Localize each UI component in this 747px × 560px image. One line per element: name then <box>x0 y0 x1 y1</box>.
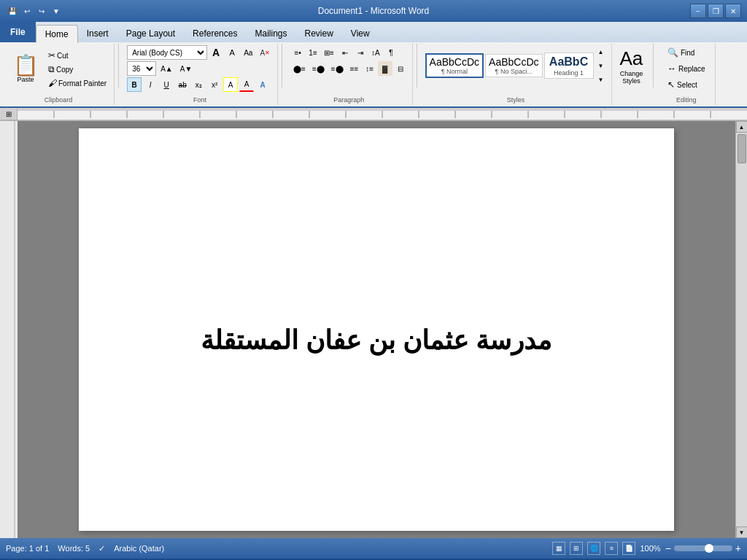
bold-button[interactable]: B <box>127 77 142 92</box>
change-styles-icon: Aa <box>620 47 643 70</box>
style-normal-label: ¶ Normal <box>441 68 468 75</box>
paste-label: Paste <box>17 76 34 83</box>
font-shrink-btn[interactable]: A <box>225 45 239 60</box>
minimize-button[interactable]: − <box>690 4 706 18</box>
font-name-select[interactable]: Arial (Body CS) <box>127 45 207 60</box>
styles-scroll-down[interactable]: ▼ <box>595 59 607 72</box>
copy-icon: ⧉ <box>48 64 55 74</box>
zoom-plus-button[interactable]: + <box>735 542 741 554</box>
separator-4 <box>653 44 654 88</box>
draft-btn[interactable]: 📄 <box>622 542 635 555</box>
paragraph-group: ≡• 1≡ ⊞≡ ⇤ ⇥ ↕A ¶ ⬤≡ ≡⬤ ≡⬤ ≡≡ ↕≡ ▓ ⊟ Par… <box>286 44 413 105</box>
align-center-button[interactable]: ≡⬤ <box>309 61 328 76</box>
styles-scroll-up[interactable]: ▲ <box>595 45 607 58</box>
show-marks-button[interactable]: ¶ <box>384 45 398 60</box>
style-heading1[interactable]: AaBbC Heading 1 <box>544 52 594 78</box>
font-size-shrink-btn[interactable]: A▼ <box>177 61 196 76</box>
superscript-button[interactable]: x² <box>207 77 222 92</box>
cut-label: Cut <box>57 52 69 60</box>
separator-3 <box>417 44 417 88</box>
editing-content: 🔍 Find ↔ Replace ↖ Select <box>664 45 709 102</box>
line-spacing-button[interactable]: ↕≡ <box>363 61 377 76</box>
increase-indent-button[interactable]: ⇥ <box>353 45 368 60</box>
font-color-button[interactable]: A <box>239 77 254 92</box>
tab-home[interactable]: Home <box>36 25 78 43</box>
close-button[interactable]: ✕ <box>725 4 741 18</box>
customize-quick-btn[interactable]: ▼ <box>50 4 63 18</box>
select-label: Select <box>677 81 697 89</box>
styles-more-btn[interactable]: ▼ <box>595 73 607 86</box>
shading-button[interactable]: ▓ <box>378 61 392 76</box>
font-size-grow-btn[interactable]: A▲ <box>158 61 176 76</box>
zoom-controls: − + <box>665 542 741 554</box>
change-case-btn[interactable]: Aa <box>241 45 255 60</box>
tab-view[interactable]: View <box>342 25 379 42</box>
bullets-button[interactable]: ≡• <box>290 45 305 60</box>
multilevel-button[interactable]: ⊞≡ <box>321 45 337 60</box>
text-effects-button[interactable]: A <box>255 77 270 92</box>
clear-format-btn[interactable]: A✕ <box>257 45 273 60</box>
tab-page-layout[interactable]: Page Layout <box>117 25 184 42</box>
ruler-area: ⊞ // Ruler marks will be drawn inline <box>0 108 747 121</box>
full-screen-btn[interactable]: ⊞ <box>570 542 583 555</box>
scroll-down-button[interactable]: ▼ <box>736 526 748 538</box>
style-normal-preview: AaBbCcDc <box>430 56 479 69</box>
clipboard-right: ✂ Cut ⧉ Copy 🖌 Format Painter <box>45 49 109 90</box>
status-left: Page: 1 of 1 Words: 5 ✓ Arabic (Qatar) <box>6 544 164 553</box>
justify-button[interactable]: ≡≡ <box>347 61 362 76</box>
copy-button[interactable]: ⧉ Copy <box>45 63 109 76</box>
sort-button[interactable]: ↕A <box>368 45 383 60</box>
borders-button[interactable]: ⊟ <box>393 61 408 76</box>
undo-quick-btn[interactable]: ↩ <box>20 4 34 18</box>
select-button[interactable]: ↖ Select <box>664 77 709 92</box>
replace-button[interactable]: ↔ Replace <box>664 61 709 76</box>
zoom-slider[interactable] <box>674 545 732 551</box>
strikethrough-button[interactable]: ab <box>175 77 190 92</box>
highlight-button[interactable]: A <box>223 77 238 92</box>
document-page: مدرسة عثمان بن عفان المستقلة <box>79 128 674 531</box>
italic-button[interactable]: I <box>143 77 158 92</box>
outline-btn[interactable]: ≡ <box>605 542 618 555</box>
tab-references[interactable]: References <box>184 25 246 42</box>
subscript-button[interactable]: x₂ <box>191 77 206 92</box>
paragraph-row-2: ⬤≡ ≡⬤ ≡⬤ ≡≡ ↕≡ ▓ ⊟ <box>290 61 408 76</box>
tab-review[interactable]: Review <box>295 25 341 42</box>
align-right-button[interactable]: ≡⬤ <box>328 61 347 76</box>
editing-group-label: Editing <box>657 96 715 104</box>
font-group: Arial (Body CS) A A Aa A✕ 36 A▲ A▼ B I U… <box>123 44 278 105</box>
tab-mailings[interactable]: Mailings <box>246 25 295 42</box>
styles-scroll: ▲ ▼ ▼ <box>595 45 607 86</box>
find-button[interactable]: 🔍 Find <box>664 45 709 60</box>
align-left-button[interactable]: ⬤≡ <box>290 61 309 76</box>
scroll-track[interactable] <box>736 133 747 526</box>
paste-button[interactable]: 📋 Paste <box>7 53 44 85</box>
redo-quick-btn[interactable]: ↪ <box>35 4 48 18</box>
restore-button[interactable]: ❐ <box>708 4 724 18</box>
web-layout-btn[interactable]: 🌐 <box>587 542 600 555</box>
style-no-spacing[interactable]: AaBbCcDc ¶ No Spaci... <box>485 54 542 78</box>
decrease-indent-button[interactable]: ⇤ <box>338 45 352 60</box>
style-normal[interactable]: AaBbCcDc ¶ Normal <box>425 53 484 79</box>
replace-icon: ↔ <box>667 63 676 74</box>
font-size-select[interactable]: 36 <box>127 61 156 76</box>
underline-button[interactable]: U <box>159 77 174 92</box>
ribbon-tabs: File Home Insert Page Layout References … <box>0 22 747 42</box>
cut-icon: ✂ <box>48 50 55 61</box>
numbering-button[interactable]: 1≡ <box>306 45 320 60</box>
font-row-3: B I U ab x₂ x² A A A <box>127 77 273 92</box>
tab-file[interactable]: File <box>0 22 36 42</box>
save-quick-btn[interactable]: 💾 <box>6 4 19 18</box>
font-grow-btn[interactable]: A <box>209 45 223 60</box>
format-painter-button[interactable]: 🖌 Format Painter <box>45 77 109 90</box>
document-scroll[interactable]: مدرسة عثمان بن عفان المستقلة <box>18 121 735 538</box>
cut-button[interactable]: ✂ Cut <box>45 49 109 62</box>
tab-insert[interactable]: Insert <box>78 25 117 42</box>
styles-group: AaBbCcDc ¶ Normal AaBbCcDc ¶ No Spaci...… <box>421 44 612 105</box>
change-styles-button[interactable]: Aa Change Styles <box>614 44 650 105</box>
status-bar: Page: 1 of 1 Words: 5 ✓ Arabic (Qatar) ▦… <box>0 538 747 559</box>
ruler-corner[interactable]: ⊞ <box>0 108 18 120</box>
scroll-up-button[interactable]: ▲ <box>736 121 748 133</box>
print-layout-btn[interactable]: ▦ <box>552 542 565 555</box>
zoom-minus-button[interactable]: − <box>665 542 671 554</box>
paste-icon: 📋 <box>13 55 39 76</box>
